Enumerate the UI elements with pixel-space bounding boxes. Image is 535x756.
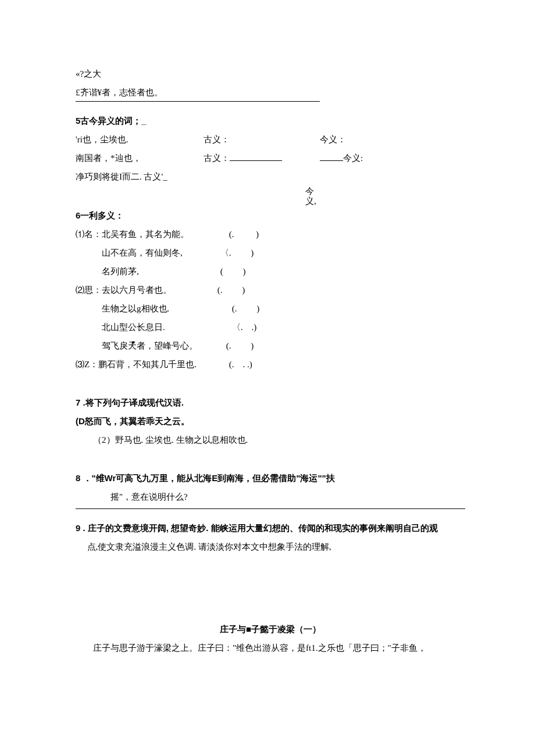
text: 今义: <box>320 149 465 167</box>
paren: (. ) <box>229 225 305 243</box>
footer-p: 庄子与思子游于濠梁之上。庄子曰："维色出游从容，是ft1.之乐也「思子曰；"子非… <box>76 639 465 657</box>
q6-s1: ⑵思：去以六月号者也。 (. ) <box>76 281 465 299</box>
q7-a: (D怒而飞，其翼若乖天之云。 <box>76 413 465 430</box>
q7-b: （2）野马也. 尘埃也. 生物之以息相吹也. <box>76 431 465 449</box>
q6-z1: ⑶Z：鹏石背，不知其几千里也. (. . .) <box>76 356 465 373</box>
text: 古义： <box>204 149 320 167</box>
dot-icon: • <box>131 332 135 353</box>
text: £齐谐¥者，志怪者也。 <box>76 88 163 97</box>
q6-n3: 名列前茅, ( ) <box>76 263 465 280</box>
text: 南国者，*辿也， <box>76 149 204 167</box>
q5-row2: 南国者，*辿也， 古义： 今义: <box>76 149 465 167</box>
text: 今义： <box>320 131 465 148</box>
q5-row3: 净巧则将徙I而二. 古义'_ <box>76 168 465 185</box>
paren: 〈. ) <box>220 244 296 261</box>
q6-s2: 生物之以g相收也. (. ) <box>76 300 465 317</box>
paren: 〈. .) <box>232 318 308 336</box>
text: 古义： <box>204 131 320 148</box>
text-line: «?之大 <box>76 65 465 83</box>
text: 'ri也，尘埃也. <box>76 131 204 148</box>
blank <box>230 160 282 161</box>
text-line: £齐谐¥者，志怪者也。 <box>76 84 320 102</box>
paren: ( ) <box>220 263 296 280</box>
answer-line <box>76 508 465 509</box>
q8-b: 摇"，意在说明什么? <box>76 488 465 506</box>
jin-vert: 今义, <box>305 187 317 206</box>
paren: (. . .) <box>229 356 305 373</box>
paren: (. ) <box>217 281 293 299</box>
q6-n2: 山不在高，有仙则冬, 〈. ) <box>76 244 465 261</box>
q6-head: 6一利多义： <box>76 207 465 224</box>
q5-head: 5古今异义的词；_ <box>76 112 465 130</box>
blank <box>320 160 343 161</box>
q6-s4: • 驾飞戾天者，望峰号心。 (. ) <box>76 337 465 354</box>
q9-b: 点,使文隶充溢浪漫主义色调. 请淡淡你对本文中想象手法的理解, <box>76 538 465 556</box>
q6-n1: ⑴名：北吴有鱼，其名为能。 (. ) <box>76 225 465 243</box>
footer-title: 庄子与■子懿于凌梁（一） <box>76 621 465 638</box>
q7-head: 7 .将下列句子译成现代汉语. <box>76 394 465 411</box>
q8-a: 8 ．"维Wr可高飞九万里，能从北海E到南海，但必需借助"海运""扶 <box>76 470 465 487</box>
paren: (. ) <box>232 300 308 317</box>
q9-a: 9 . 庄子的文费意境开阔, 想望奇妙. 能峡运用大量幻想的、传闻的和现实的事例… <box>76 519 465 537</box>
q5-row1: 'ri也，尘埃也. 古义： 今义： <box>76 131 465 148</box>
paren: (. ) <box>226 337 302 354</box>
